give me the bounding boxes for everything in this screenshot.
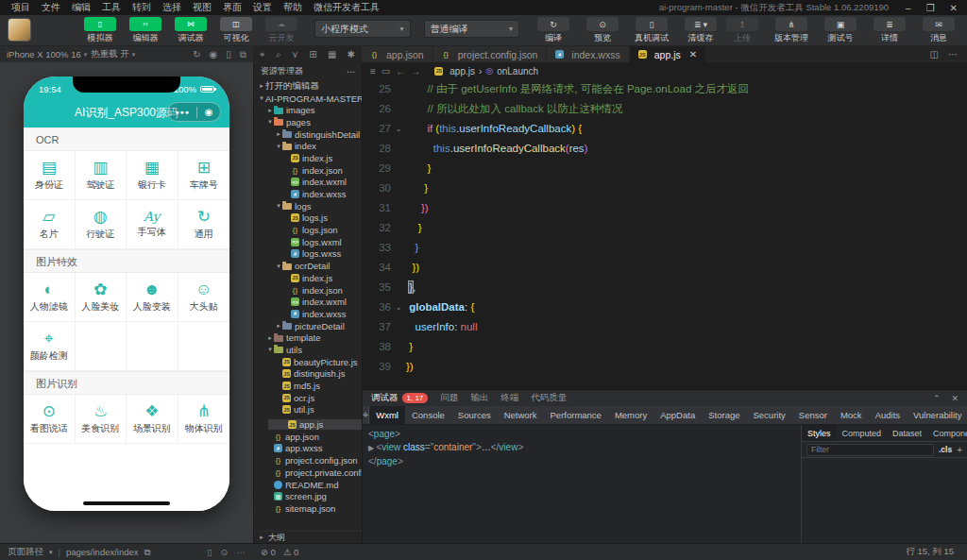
menu-item[interactable]: 选择 — [157, 1, 187, 14]
tree-item-project.private.config.js…[interactable]: {}project.private.config.js… — [254, 467, 362, 479]
menu-item[interactable]: 界面 — [217, 1, 247, 14]
feature-行驶证[interactable]: ◍行驶证 — [76, 200, 127, 249]
panel-tab-调试器[interactable]: 调试器1, 17 — [371, 392, 428, 404]
tree-item-app.js[interactable]: JSapp.js — [267, 418, 362, 431]
devtools-tab-Audits[interactable]: Audits — [869, 406, 907, 424]
preview-eye-icon[interactable]: ⊙ — [221, 547, 229, 557]
record-icon[interactable]: ◉ — [210, 49, 218, 60]
more-icon[interactable]: ⋯ — [347, 67, 355, 76]
feature-手写体[interactable]: Ay手写体 — [127, 200, 178, 249]
tree-item-utils[interactable]: ▾utils — [254, 344, 362, 356]
multi-window-icon[interactable]: ⧉ — [240, 49, 246, 60]
more-icon[interactable]: ⋯ — [948, 49, 958, 59]
panel-tab-终端[interactable]: 终端 — [500, 392, 518, 404]
code-area[interactable]: 252627⌄282930313233343536⌄373839 // 由于 g… — [363, 79, 967, 389]
tree-item-index[interactable]: ▾index — [254, 140, 362, 152]
toggle-云开发[interactable]: ☁云开发 — [262, 17, 301, 44]
close-button[interactable]: ✕ — [950, 3, 958, 13]
tab-index.wxss[interactable]: #index.wxss — [547, 46, 629, 62]
devtools-tab-AppData[interactable]: AppData — [653, 406, 702, 424]
tree-item-app.json[interactable]: {}app.json — [254, 431, 362, 443]
menu-item[interactable]: 项目 — [6, 1, 36, 14]
tree-item-AI-PROGRAM-MASTER[interactable]: ▾AI-PROGRAM-MASTER — [254, 93, 362, 105]
devtools-tab-Sensor[interactable]: Sensor — [792, 406, 834, 424]
tree-item-pictureDetail[interactable]: ▸pictureDetail — [254, 320, 362, 332]
panel-tab-代码质量[interactable]: 代码质量 — [531, 392, 567, 404]
feature-驾驶证[interactable]: ▥驾驶证 — [76, 151, 127, 200]
devtools-tab-Wxml[interactable]: Wxml — [369, 406, 405, 424]
action-真机调试[interactable]: ▯真机调试 — [631, 17, 672, 44]
feature-身份证[interactable]: ▤身份证 — [24, 151, 76, 200]
search-icon[interactable]: ⌕ — [276, 49, 281, 60]
user-avatar[interactable] — [8, 18, 31, 42]
devtools-tab-Performance[interactable]: Performance — [544, 406, 608, 424]
tab-project.config.json[interactable]: {}project.config.json — [433, 46, 548, 62]
panel-tab-问题[interactable]: 问题 — [440, 392, 458, 404]
minimize-button[interactable]: – — [906, 3, 911, 13]
locate-file-icon[interactable]: ⌖ — [260, 49, 265, 60]
tree-item-md5.js[interactable]: JSmd5.js — [254, 380, 362, 392]
tree-item-index.wxml[interactable]: <>index.wxml — [254, 296, 362, 308]
feature-场景识别[interactable]: ❖场景识别 — [127, 395, 178, 444]
menu-item[interactable]: 编辑 — [66, 1, 96, 14]
styles-tab-Computed[interactable]: Computed — [837, 425, 888, 441]
close-tab-icon[interactable]: ✕ — [689, 49, 697, 59]
styles-tab-Styles[interactable]: Styles — [802, 425, 837, 441]
tree-item-ocr.js[interactable]: JSocr.js — [254, 392, 362, 404]
problems-summary[interactable]: ⊘ 0 ⚠ 0 — [253, 547, 362, 557]
devtools-tab-Sources[interactable]: Sources — [451, 406, 498, 424]
split-editor-icon[interactable]: ◫ — [930, 49, 939, 59]
tree-item-ocrDetail[interactable]: ▾ocrDetail — [254, 260, 362, 272]
action-编译[interactable]: ↻编译 — [533, 17, 574, 44]
action-详情[interactable]: ≣详情 — [869, 17, 910, 44]
tree-item-index.wxss[interactable]: #index.wxss — [254, 308, 362, 320]
tree-item-app.wxss[interactable]: #app.wxss — [254, 443, 362, 455]
wxml-node[interactable]: <page> — [368, 428, 795, 441]
cls-toggle[interactable]: .cls — [939, 445, 952, 454]
tree-item-logs[interactable]: ▾logs — [254, 200, 362, 212]
tab-app.js[interactable]: JSapp.js✕ — [630, 46, 706, 62]
tree-item-index.json[interactable]: {}index.json — [254, 164, 362, 177]
copy-path-icon[interactable]: ⧉ — [144, 547, 151, 558]
action-版本管理[interactable]: ⋔版本管理 — [771, 17, 812, 44]
feature-美食识别[interactable]: ♨美食识别 — [76, 395, 127, 444]
tree-item-logs.json[interactable]: {}logs.json — [254, 224, 362, 236]
feature-名片[interactable]: ▱名片 — [24, 200, 76, 249]
inspect-element-icon[interactable]: ⌖ — [363, 406, 369, 424]
rotate-icon[interactable]: ↻ — [193, 49, 200, 60]
device-select[interactable]: iPhone X 100% 16▾ — [7, 49, 87, 59]
menu-item[interactable]: 转到 — [127, 1, 157, 14]
capsule-menu[interactable]: ●●● ◉ — [167, 102, 221, 122]
cursor-position[interactable]: 行 15, 列 15 — [906, 546, 954, 558]
menu-item[interactable]: 文件 — [36, 1, 66, 14]
toggle-调试器[interactable]: ⋈调试器 — [171, 17, 211, 44]
feature-通用[interactable]: ↻通用 — [178, 200, 230, 249]
page-path-label[interactable]: 页面路径 — [8, 546, 43, 558]
tree-item-logs.wxml[interactable]: <>logs.wxml — [254, 236, 362, 248]
tree-item-template[interactable]: ▸template — [254, 331, 362, 344]
toggle-编辑器[interactable]: ‹›编辑器 — [126, 17, 165, 44]
maximize-button[interactable]: ❐ — [926, 3, 935, 13]
menu-item[interactable]: 设置 — [247, 1, 278, 14]
tree-item-screen.jpg[interactable]: ▨screen.jpg — [254, 490, 362, 502]
action-清缓存[interactable]: ≣▾清缓存 — [680, 17, 721, 44]
tree-item-beautyPicture.js[interactable]: JSbeautyPicture.js — [254, 356, 362, 368]
pointer-hand-icon[interactable]: ✱ — [348, 49, 355, 59]
image-preview-icon[interactable]: ▦ — [328, 49, 336, 59]
tree-item-images[interactable]: ▸images — [254, 104, 362, 116]
toggle-可视化[interactable]: ◫可视化 — [216, 17, 256, 44]
tree-item-index.wxss[interactable]: #index.wxss — [254, 188, 362, 200]
action-预览[interactable]: ⊙预览 — [582, 17, 623, 44]
devtools-tab-Security[interactable]: Security — [746, 406, 791, 424]
npm-grid-icon[interactable]: ⊞ — [309, 49, 316, 59]
bookmark-icon[interactable]: ▭ — [382, 66, 390, 76]
styles-filter-input[interactable] — [806, 444, 934, 456]
fold-icon[interactable]: ⌄ — [391, 297, 406, 317]
feature-银行卡[interactable]: ▦银行卡 — [127, 151, 178, 200]
collapse-panel-icon[interactable]: ⌃ — [933, 394, 941, 403]
styles-tab-Dataset[interactable]: Dataset — [887, 425, 927, 441]
action-消息[interactable]: ✉消息 — [918, 17, 959, 44]
feature-人脸变装[interactable]: ☻人脸变装 — [127, 273, 178, 322]
fold-icon[interactable]: ⌄ — [391, 119, 406, 139]
tree-item-project.config.json[interactable]: {}project.config.json — [254, 454, 362, 467]
